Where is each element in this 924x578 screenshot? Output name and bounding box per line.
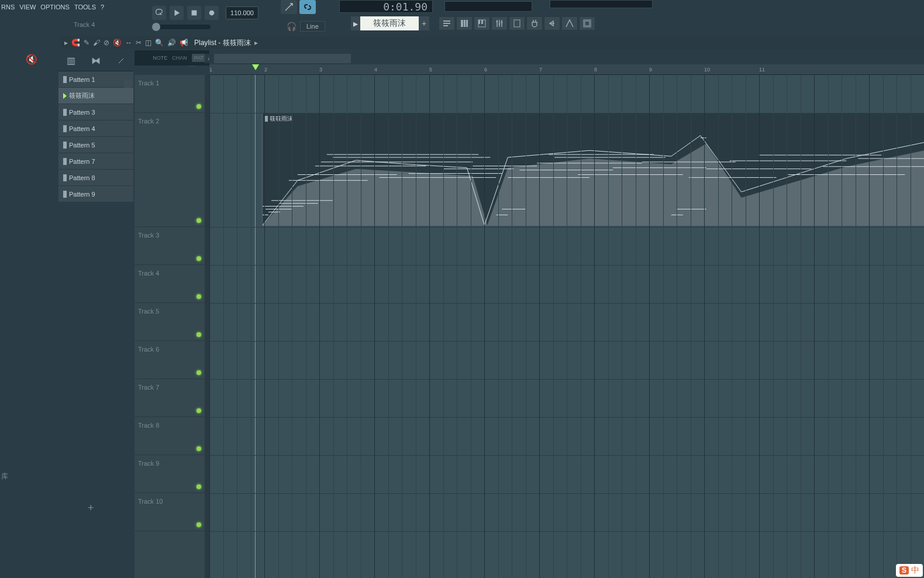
stop-button[interactable] — [187, 6, 201, 20]
playlist-grid[interactable]: 筱筱雨沫 — [209, 75, 924, 578]
select-icon[interactable]: ◫ — [145, 39, 151, 47]
track-enable-dot[interactable] — [196, 104, 201, 109]
bar-number: 8 — [594, 67, 597, 73]
audio-mode-icon[interactable]: ⧓ — [91, 55, 101, 66]
svg-rect-3 — [443, 23, 450, 24]
track-header[interactable]: Track 4 — [135, 265, 205, 303]
pattern-item[interactable]: Pattern 8 — [58, 170, 133, 186]
pat-tab[interactable]: PAT — [192, 54, 206, 62]
pattern-item[interactable]: 筱筱雨沫 — [58, 88, 133, 104]
disable-icon[interactable]: ⊘ — [104, 39, 109, 47]
track-enable-dot[interactable] — [196, 370, 201, 375]
piano-mode-icon[interactable]: ▥ — [67, 55, 75, 66]
mute-icon[interactable]: 🔇 — [26, 54, 37, 65]
browser-icon[interactable] — [509, 16, 525, 30]
undo-icon[interactable] — [544, 16, 560, 30]
ruler-scroll-left[interactable]: ‹ — [205, 54, 213, 63]
pattern-clip[interactable]: 筱筱雨沫 — [262, 113, 924, 226]
menu-tools[interactable]: TOOLS — [74, 4, 96, 11]
slider[interactable] — [152, 25, 211, 29]
menu-view[interactable]: VIEW — [19, 4, 36, 11]
ime-s-icon: S — [899, 566, 909, 574]
pattern-item[interactable]: Pattern 3 — [58, 104, 133, 121]
pattern-add-button[interactable]: + — [419, 16, 429, 30]
track-enable-dot[interactable] — [196, 218, 201, 223]
pattern-item[interactable]: Pattern 9 — [58, 186, 133, 202]
track-header[interactable]: Track 6 — [135, 341, 205, 379]
note-tab[interactable]: NOTE — [153, 55, 167, 61]
track-header[interactable]: Track 10 — [135, 493, 205, 531]
pencil-icon[interactable]: ✎ — [84, 39, 89, 47]
play-button[interactable] — [170, 6, 184, 20]
mixer-icon[interactable] — [491, 16, 508, 30]
track-header[interactable]: Track 8 — [135, 417, 205, 455]
add-pattern-button[interactable]: + — [88, 502, 94, 514]
zoom-icon[interactable]: 🔍 — [155, 39, 164, 47]
record-button[interactable] — [205, 6, 219, 20]
playlist-window-icon[interactable] — [439, 16, 455, 30]
playhead-marker[interactable] — [252, 64, 259, 70]
visualizer[interactable] — [444, 1, 532, 12]
track-separator[interactable] — [205, 75, 209, 578]
svg-rect-9 — [478, 20, 480, 24]
playlist-title-arrow[interactable]: ▸ — [254, 39, 258, 47]
horizontal-scrollbar[interactable] — [214, 54, 351, 63]
piano-roll-icon[interactable] — [474, 16, 490, 30]
track-header[interactable]: Track 2 — [135, 113, 205, 227]
chan-tab[interactable]: CHAN — [172, 55, 187, 61]
track-name: Track 7 — [138, 384, 159, 391]
pattern-name-field[interactable]: 筱筱雨沫 — [360, 16, 419, 30]
lib-label[interactable]: 库 — [1, 472, 8, 481]
track-header[interactable]: Track 3 — [135, 227, 205, 265]
pattern-item[interactable]: Pattern 7 — [58, 153, 133, 170]
track-enable-dot[interactable] — [196, 256, 201, 261]
slice-icon[interactable]: ✂ — [136, 39, 142, 47]
svg-rect-10 — [481, 20, 483, 24]
bar-number: 4 — [374, 67, 377, 73]
scroll-pad[interactable] — [124, 80, 132, 88]
link-active-icon[interactable] — [299, 0, 316, 14]
menu-rns[interactable]: RNS — [1, 4, 15, 11]
pattern-prev[interactable]: ▸ — [351, 16, 360, 30]
pl-menu-arrow-icon[interactable]: ▸ — [64, 39, 68, 47]
timeline-ruler[interactable]: 1234567891011 — [209, 64, 924, 75]
track-name: Track 8 — [138, 422, 159, 429]
snap-label[interactable]: Line — [300, 21, 325, 32]
tempo-field[interactable]: 110.000 — [226, 6, 258, 19]
track-name: Track 1 — [138, 80, 159, 87]
loop-button[interactable] — [152, 6, 166, 20]
save-icon[interactable] — [561, 16, 578, 30]
track-enable-dot[interactable] — [196, 294, 201, 299]
track-header[interactable]: Track 9 — [135, 455, 205, 493]
midi-link-icon[interactable] — [281, 0, 297, 14]
mute-tool-icon[interactable]: 🔇 — [113, 39, 122, 47]
playback-icon[interactable]: 🔊 — [167, 39, 176, 47]
time-display[interactable]: 0:01.90 — [339, 0, 433, 13]
pattern-item[interactable]: Pattern 4 — [58, 121, 133, 137]
plugin-icon[interactable] — [526, 16, 543, 30]
menu-help[interactable]: ? — [101, 4, 104, 11]
track-header[interactable]: Track 7 — [135, 379, 205, 417]
track-header[interactable]: Track 5 — [135, 303, 205, 341]
track-enable-dot[interactable] — [196, 408, 201, 413]
menu-options[interactable]: OPTIONS — [40, 4, 70, 11]
track-enable-dot[interactable] — [196, 522, 201, 527]
ime-badge[interactable]: S 中 — [896, 564, 923, 577]
auto-mode-icon[interactable]: ⟋ — [116, 56, 126, 66]
link-buttons — [281, 0, 316, 14]
render-icon[interactable] — [579, 16, 595, 30]
pattern-item[interactable]: Pattern 1 — [58, 71, 133, 88]
transport: 110.000 — [152, 6, 258, 20]
slip-icon[interactable]: ↔ — [125, 39, 132, 47]
channel-rack-icon[interactable] — [456, 16, 473, 30]
headphone-icon[interactable]: 🎧 — [287, 22, 296, 31]
track-enable-dot[interactable] — [196, 332, 201, 337]
magnet-icon[interactable]: 🧲 — [71, 39, 80, 47]
pattern-list: Pattern 1筱筱雨沫Pattern 3Pattern 4Pattern 5… — [58, 71, 133, 202]
track-header[interactable]: Track 1 — [135, 75, 205, 113]
speaker-icon[interactable]: 📢 — [180, 39, 188, 47]
track-enable-dot[interactable] — [196, 484, 201, 489]
track-enable-dot[interactable] — [196, 446, 201, 451]
pattern-item[interactable]: Pattern 5 — [58, 137, 133, 153]
brush-icon[interactable]: 🖌 — [93, 39, 100, 47]
